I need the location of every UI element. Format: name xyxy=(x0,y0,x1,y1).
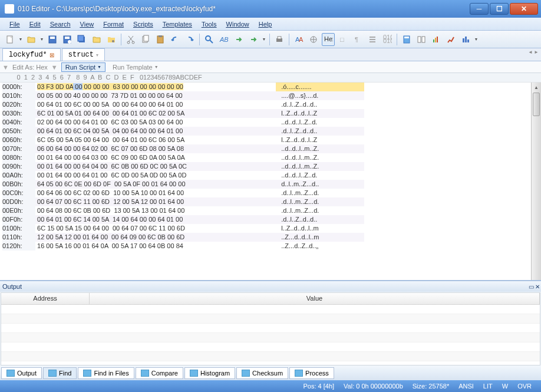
hex-row[interactable]: 0110h: 12 00 5A 12 00 01 64 00 00 64 09 … xyxy=(0,233,531,242)
print-button[interactable] xyxy=(273,33,286,46)
compare-button[interactable] xyxy=(415,33,428,46)
tab-close-icon[interactable]: ⊠ xyxy=(50,52,54,58)
hex-row[interactable]: 0050h: 00 64 01 00 6C 04 00 5A 04 00 64 … xyxy=(0,127,531,136)
output-close-icon[interactable]: ✕ xyxy=(535,284,540,290)
hex-row[interactable]: 0000h: 03 F3 0D 0A 00 00 00 00 63 00 00 … xyxy=(0,83,531,91)
tool-icon[interactable]: 01010101 xyxy=(381,33,394,46)
save-as-button[interactable] xyxy=(61,33,74,46)
hex-row[interactable]: 0010h: 00 05 00 00 40 00 00 00 73 7D 01 … xyxy=(0,91,531,100)
status-size[interactable]: Size: 25758* xyxy=(408,383,454,390)
hex-row[interactable]: 00D0h: 00 64 07 00 6C 11 00 6D 12 00 5A … xyxy=(0,197,531,206)
hex-row[interactable]: 0070h: 06 00 64 00 00 64 02 00 6C 07 00 … xyxy=(0,144,531,153)
hex-row[interactable]: 00E0h: 00 64 08 00 6C 0B 00 6D 13 00 5A … xyxy=(0,206,531,215)
output-table[interactable]: Address Value xyxy=(1,292,540,365)
menu-tools[interactable]: Tools xyxy=(197,19,222,29)
bottom-tab-find[interactable]: Find xyxy=(43,367,77,379)
output-row[interactable] xyxy=(1,342,540,352)
hex-row[interactable]: 00C0h: 00 64 06 00 6C 02 00 6D 10 00 5A … xyxy=(0,189,531,197)
save-all-button[interactable] xyxy=(75,33,88,46)
tool-icon[interactable] xyxy=(366,33,379,46)
vertical-scrollbar[interactable]: ▲ xyxy=(531,83,541,280)
find-next-button[interactable] xyxy=(232,33,245,46)
save-button[interactable] xyxy=(46,33,59,46)
hex-row[interactable]: 00B0h: 64 05 00 6C 0E 00 6D 0F 00 5A 0F … xyxy=(0,180,531,189)
new-button[interactable] xyxy=(4,33,17,46)
chart-button[interactable] xyxy=(459,33,472,46)
output-row[interactable] xyxy=(1,324,540,333)
open-folder-button[interactable] xyxy=(90,33,103,46)
find-button[interactable] xyxy=(203,33,216,46)
hex-row[interactable]: 0060h: 6C 05 00 5A 05 00 64 00 00 64 01 … xyxy=(0,136,531,144)
paste-button[interactable] xyxy=(154,33,167,46)
output-row[interactable] xyxy=(1,333,540,342)
bottom-tab-histogram[interactable]: Histogram xyxy=(184,367,235,379)
output-col-value[interactable]: Value xyxy=(90,293,540,304)
hex-row[interactable]: 0080h: 00 01 64 00 00 64 03 00 6C 09 00 … xyxy=(0,153,531,162)
run-script-button[interactable]: Run Script ▼ xyxy=(61,62,105,72)
open-button[interactable] xyxy=(25,33,38,46)
hex-row[interactable]: 0020h: 00 64 01 00 6C 00 00 5A 00 00 64 … xyxy=(0,100,531,109)
output-col-address[interactable]: Address xyxy=(1,293,90,304)
bottom-tab-compare[interactable]: Compare xyxy=(136,367,183,379)
menu-format[interactable]: Format xyxy=(98,19,128,29)
status-val[interactable]: Val: 0 0h 00000000b xyxy=(339,383,408,390)
output-row[interactable] xyxy=(1,314,540,324)
bottom-tab-checksum[interactable]: Checksum xyxy=(236,367,288,379)
menu-search[interactable]: Search xyxy=(45,19,75,29)
minimize-button[interactable]: ─ xyxy=(470,3,489,15)
output-row[interactable] xyxy=(1,352,540,361)
status-pos[interactable]: Pos: 4 [4h] xyxy=(298,383,339,390)
cut-button[interactable] xyxy=(124,33,137,46)
hex-editor[interactable]: 0 1 2 3 4 5 6 7 8 9 A B C D E F 01234567… xyxy=(0,73,541,280)
menu-file[interactable]: File xyxy=(5,19,25,29)
output-header[interactable]: Output ▭ ✕ xyxy=(0,281,541,292)
new-dropdown[interactable]: ▼ xyxy=(18,37,23,41)
status-encoding[interactable]: ANSI xyxy=(454,383,479,390)
menu-view[interactable]: View xyxy=(75,19,99,29)
chart-dropdown[interactable]: ▼ xyxy=(474,37,479,41)
status-ovr[interactable]: OVR xyxy=(513,383,536,390)
hex-row[interactable]: 0040h: 02 00 64 00 00 64 01 00 6C 03 00 … xyxy=(0,118,531,127)
hex-button[interactable]: Hex xyxy=(322,33,335,46)
maximize-button[interactable]: ☐ xyxy=(490,3,509,15)
copy-button[interactable] xyxy=(139,33,152,46)
menu-scripts[interactable]: Scripts xyxy=(128,19,158,29)
edit-as-dropdown[interactable]: ▼ xyxy=(51,64,58,71)
output-pin-icon[interactable]: ▭ xyxy=(529,284,534,290)
titlebar[interactable]: 010 Editor - C:\Users\pc\Desktop\locky.e… xyxy=(0,0,541,18)
tool-icon[interactable]: □ xyxy=(337,33,349,46)
menu-templates[interactable]: Templates xyxy=(158,19,197,29)
hex-row[interactable]: 0030h: 6C 01 00 5A 01 00 64 00 00 64 01 … xyxy=(0,109,531,118)
highlight-button[interactable] xyxy=(307,33,320,46)
calculator-button[interactable] xyxy=(400,33,413,46)
menu-window[interactable]: Window xyxy=(222,19,254,29)
output-row[interactable] xyxy=(1,305,540,314)
open-drive-button[interactable] xyxy=(105,33,118,46)
status-w[interactable]: W xyxy=(497,383,513,390)
tabs-nav[interactable]: ◄ ► xyxy=(528,50,539,55)
histogram-button[interactable] xyxy=(430,33,443,46)
menu-help[interactable]: Help xyxy=(254,19,277,29)
edit-dropdown-icon[interactable]: ▼ xyxy=(2,64,9,71)
redo-button[interactable] xyxy=(183,33,196,46)
bottom-tab-find-in-files[interactable]: Find in Files xyxy=(78,367,134,379)
bottom-tab-process[interactable]: Process xyxy=(289,367,334,379)
replace-button[interactable]: AB xyxy=(217,33,230,46)
tab-struct[interactable]: struct ▾ xyxy=(62,48,105,61)
bottom-tab-output[interactable]: Output xyxy=(1,367,42,379)
checksum-button[interactable] xyxy=(444,33,457,46)
undo-button[interactable] xyxy=(169,33,182,46)
hex-row[interactable]: 0100h: 6C 15 00 5A 15 00 64 00 00 64 07 … xyxy=(0,224,531,233)
hex-row[interactable]: 0120h: 16 00 5A 16 00 01 64 0A 00 5A 17 … xyxy=(0,242,531,251)
open-dropdown[interactable]: ▼ xyxy=(39,37,44,41)
close-button[interactable]: ✕ xyxy=(510,3,538,15)
tab-lockyfud[interactable]: lockyfud* ⊠ xyxy=(2,48,61,61)
hex-row[interactable]: 00F0h: 00 64 01 00 6C 14 00 5A 14 00 64 … xyxy=(0,215,531,224)
run-template-button[interactable]: Run Template ▼ xyxy=(109,63,162,71)
menu-edit[interactable]: Edit xyxy=(25,19,45,29)
font-button[interactable]: AA xyxy=(292,33,305,46)
hex-row[interactable]: 00A0h: 00 01 64 00 00 64 01 00 6C 0D 00 … xyxy=(0,171,531,180)
goto-dropdown[interactable]: ▼ xyxy=(262,37,266,41)
status-endian[interactable]: LIT xyxy=(479,383,497,390)
tool-icon[interactable]: ¶ xyxy=(351,33,364,46)
